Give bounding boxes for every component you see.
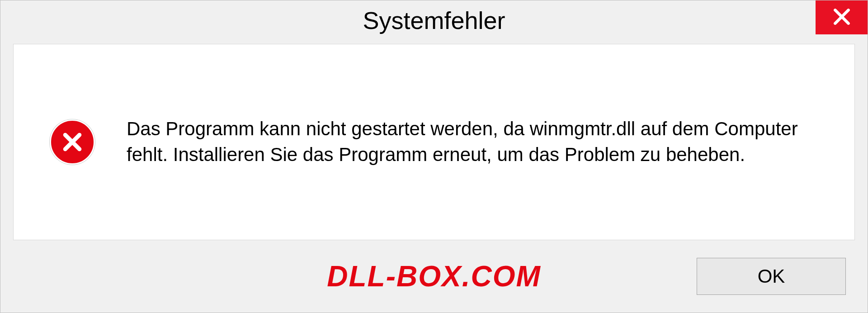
error-message: Das Programm kann nicht gestartet werden… (127, 116, 827, 167)
watermark-text: DLL-BOX.COM (327, 260, 541, 293)
titlebar: Systemfehler (0, 0, 868, 40)
ok-button[interactable]: OK (697, 258, 846, 295)
dialog-title: Systemfehler (363, 6, 505, 34)
error-icon (50, 119, 95, 165)
close-icon (832, 7, 852, 28)
content-area: Das Programm kann nicht gestartet werden… (13, 44, 855, 240)
button-bar: DLL-BOX.COM OK (0, 240, 868, 313)
system-error-dialog: Systemfehler Das Programm kann nicht ges… (0, 0, 868, 313)
close-button[interactable] (816, 0, 868, 34)
ok-button-label: OK (758, 266, 785, 287)
